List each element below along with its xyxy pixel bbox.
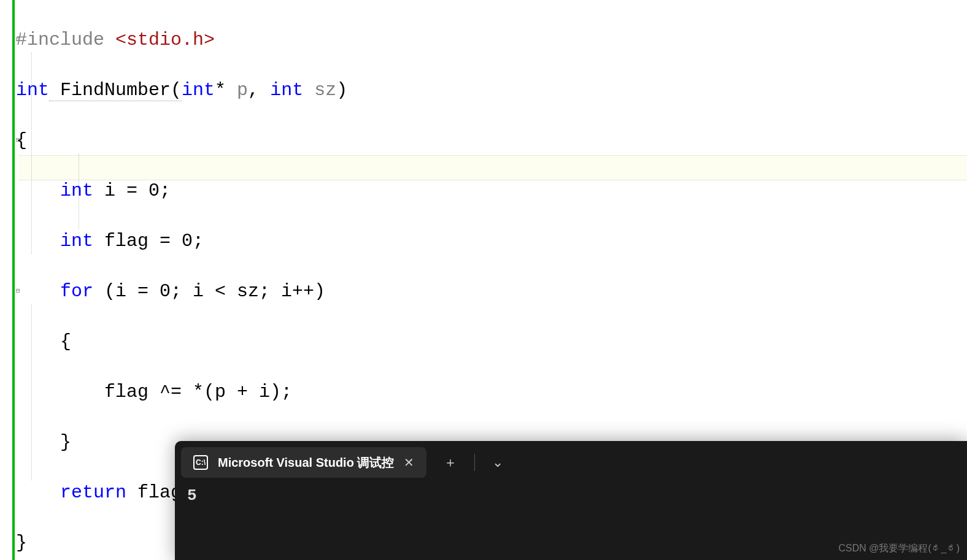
watermark: CSDN @我要学编程(ಥ_ಥ) — [838, 542, 960, 555]
code-line: int i = 0; — [16, 178, 782, 204]
separator — [474, 454, 475, 471]
close-icon[interactable]: ✕ — [404, 455, 414, 470]
code-line: #include <stdio.h> — [16, 28, 782, 53]
code-line: { — [16, 128, 782, 153]
include-path: <stdio.h> — [115, 29, 215, 50]
terminal-output: 5 — [175, 484, 967, 507]
preprocessor: #include — [16, 29, 115, 50]
code-line: { — [16, 329, 782, 355]
terminal-icon: C:\ — [193, 455, 208, 470]
code-line: int flag = 0; — [16, 229, 782, 254]
code-line: for (i = 0; i < sz; i++) — [16, 279, 782, 304]
terminal-controls: ＋ ⌄ — [426, 453, 503, 472]
code-line: flag ^= *(p + i); — [16, 380, 782, 405]
tab-dropdown-button[interactable]: ⌄ — [492, 455, 503, 470]
terminal-tab-bar: C:\ Microsoft Visual Studio 调试控 ✕ ＋ ⌄ — [175, 441, 967, 484]
new-tab-button[interactable]: ＋ — [444, 453, 457, 472]
change-indicator-bar — [12, 0, 15, 560]
terminal-tab-title: Microsoft Visual Studio 调试控 — [218, 455, 394, 471]
code-line: int FindNumber(int* p, int sz) — [16, 78, 782, 103]
terminal-tab[interactable]: C:\ Microsoft Visual Studio 调试控 ✕ — [181, 447, 426, 478]
